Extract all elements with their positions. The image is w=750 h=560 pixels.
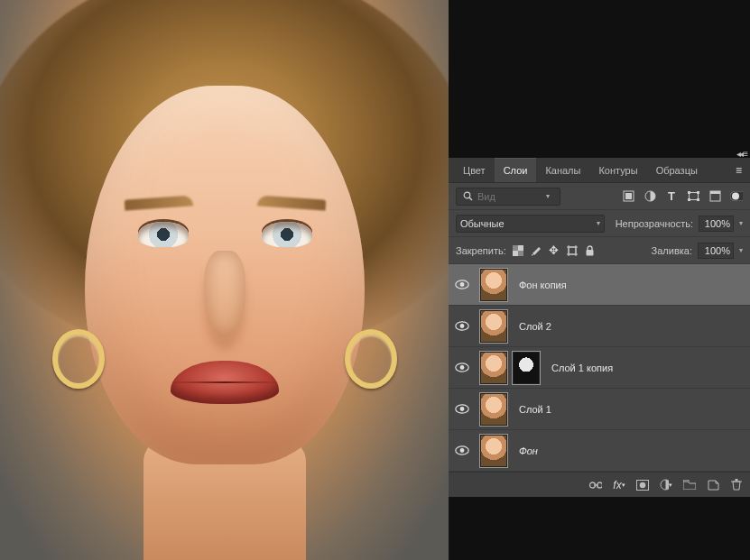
adjustment-layer-icon[interactable]: ▾ — [660, 479, 672, 491]
svg-point-24 — [460, 282, 465, 287]
lock-row: Закрепить: ✥ Заливка: 100% ▾ — [449, 237, 750, 264]
svg-rect-16 — [518, 251, 523, 256]
filter-toggle-icon[interactable] — [730, 190, 743, 203]
layer-name[interactable]: Фон копия — [512, 280, 567, 290]
blend-row: Обычные▾ Непрозрачность: 100% ▾ — [449, 210, 750, 237]
opacity-value[interactable]: 100% — [699, 216, 734, 232]
add-mask-icon[interactable] — [636, 479, 649, 491]
layer-row[interactable]: Слой 1 — [449, 389, 750, 430]
layer-thumbs — [476, 309, 512, 344]
layer-row[interactable]: Слой 2 — [449, 306, 750, 347]
layer-filter-input[interactable] — [477, 191, 542, 202]
filter-row: ▾ T — [449, 183, 750, 210]
svg-rect-7 — [697, 191, 699, 194]
layer-fx-icon[interactable]: fx▾ — [613, 479, 625, 491]
tab-channels[interactable]: Каналы — [536, 158, 589, 182]
layer-row[interactable]: Фон копия — [449, 264, 750, 306]
filter-type-icon[interactable]: T — [665, 190, 678, 203]
layer-thumbs — [476, 392, 512, 427]
svg-point-37 — [640, 482, 646, 488]
svg-rect-6 — [688, 191, 690, 194]
lock-all-icon[interactable] — [584, 244, 597, 257]
svg-rect-3 — [625, 193, 632, 199]
fill-value[interactable]: 100% — [698, 243, 734, 259]
filter-shape-icon[interactable] — [687, 190, 699, 203]
layer-thumbs — [476, 351, 544, 385]
canvas-image[interactable] — [0, 0, 449, 560]
panel-menu-icon[interactable]: ≡ — [732, 164, 745, 177]
search-icon — [461, 190, 474, 203]
lock-position-icon[interactable]: ✥ — [548, 244, 560, 257]
lock-label: Закрепить: — [456, 245, 506, 256]
layer-mask-thumbnail[interactable] — [512, 351, 541, 385]
svg-rect-22 — [587, 250, 594, 256]
lock-transparent-icon[interactable] — [512, 244, 524, 257]
layer-thumbs — [476, 434, 512, 468]
layer-thumbnail[interactable] — [479, 392, 508, 427]
svg-point-0 — [464, 192, 470, 198]
visibility-toggle[interactable] — [449, 445, 476, 455]
chevron-down-icon: ▾ — [546, 192, 550, 200]
lock-artboard-icon[interactable] — [566, 244, 579, 257]
new-layer-icon[interactable] — [707, 479, 719, 491]
tab-color[interactable]: Цвет — [454, 158, 495, 182]
layer-name[interactable]: Слой 1 — [512, 404, 551, 415]
svg-point-26 — [460, 324, 465, 328]
layers-list: Фон копияСлой 2Слой 1 копияСлой 1Фон — [449, 264, 750, 472]
svg-point-32 — [460, 448, 465, 453]
fill-label: Заливка: — [652, 245, 692, 256]
svg-point-13 — [732, 193, 739, 200]
layer-thumbnail[interactable] — [479, 351, 508, 385]
filter-adjustment-icon[interactable] — [644, 190, 656, 203]
panel-collapse-icon[interactable]: ◂◂ ≡ — [736, 149, 746, 159]
svg-rect-8 — [688, 198, 690, 201]
chevron-down-icon[interactable]: ▾ — [739, 246, 743, 254]
svg-rect-9 — [697, 198, 699, 201]
layer-thumbnail[interactable] — [479, 309, 508, 344]
filter-pixel-icon[interactable] — [622, 190, 634, 203]
filter-smart-icon[interactable] — [708, 190, 721, 203]
group-icon[interactable] — [683, 479, 696, 491]
svg-point-28 — [460, 365, 465, 370]
side-area: ◂◂ ≡ Цвет Слои Каналы Контуры Образцы ≡ … — [449, 0, 750, 560]
blend-mode-select[interactable]: Обычные▾ — [456, 215, 605, 233]
layer-thumbnail[interactable] — [479, 268, 508, 302]
link-layers-icon[interactable] — [589, 479, 602, 491]
layer-thumbs — [476, 268, 512, 302]
chevron-down-icon: ▾ — [597, 219, 600, 227]
layer-name[interactable]: Фон — [512, 445, 538, 456]
visibility-toggle[interactable] — [449, 321, 476, 331]
layers-bottombar: fx▾ ▾ — [449, 472, 750, 497]
svg-line-1 — [469, 197, 472, 200]
layer-name[interactable]: Слой 2 — [512, 321, 551, 332]
svg-point-30 — [460, 407, 465, 411]
tab-layers[interactable]: Слои — [495, 158, 537, 182]
lock-pixels-icon[interactable] — [530, 244, 542, 257]
visibility-toggle[interactable] — [449, 280, 476, 289]
delete-layer-icon[interactable] — [730, 479, 743, 491]
layer-row[interactable]: Слой 1 копия — [449, 347, 750, 389]
tab-swatches[interactable]: Образцы — [647, 158, 707, 182]
layer-filter-select[interactable]: ▾ — [456, 188, 560, 206]
layers-panel: ◂◂ ≡ Цвет Слои Каналы Контуры Образцы ≡ … — [449, 158, 750, 497]
layer-row[interactable]: Фон — [449, 430, 750, 472]
tab-paths[interactable]: Контуры — [589, 158, 646, 182]
opacity-label: Непрозрачность: — [616, 218, 693, 229]
visibility-toggle[interactable] — [449, 363, 476, 372]
svg-rect-17 — [569, 247, 576, 254]
visibility-toggle[interactable] — [449, 404, 476, 414]
portrait-rendering — [0, 0, 449, 560]
svg-rect-11 — [710, 191, 720, 194]
svg-rect-15 — [513, 245, 518, 251]
layer-thumbnail[interactable] — [479, 434, 508, 468]
chevron-down-icon[interactable]: ▾ — [739, 219, 743, 227]
layer-name[interactable]: Слой 1 копия — [544, 363, 613, 373]
panel-tabs: Цвет Слои Каналы Контуры Образцы ≡ — [449, 158, 750, 183]
